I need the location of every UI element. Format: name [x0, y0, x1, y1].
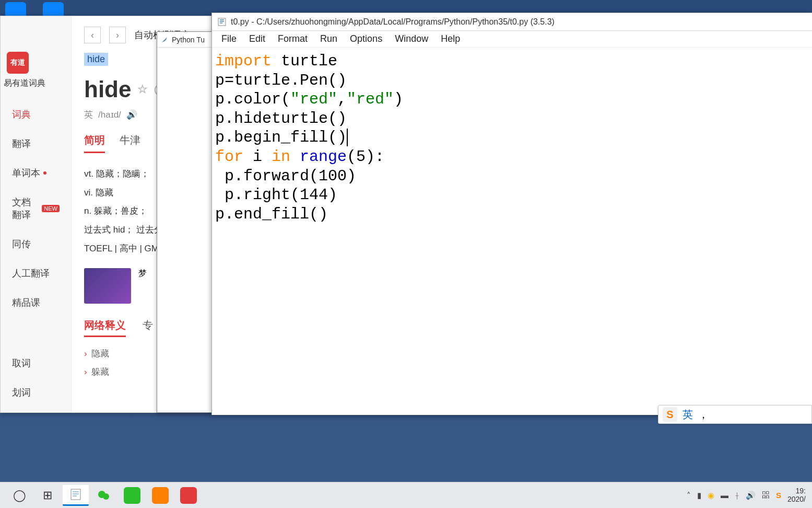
code-text — [290, 148, 300, 166]
python-icon — [160, 36, 169, 44]
idle-title-text: t0.py - C:/Users/zhuohongming/AppData/Lo… — [231, 17, 555, 27]
menu-window[interactable]: Window — [390, 31, 433, 47]
volume-icon[interactable]: 🔊 — [746, 491, 756, 500]
menu-run[interactable]: Run — [315, 31, 343, 47]
code-text: i — [243, 148, 272, 166]
ime-toolbar[interactable]: S 英 ， — [658, 405, 812, 424]
sidebar-item-simul[interactable]: 同传 — [1, 229, 71, 259]
start-button[interactable]: ◯ — [6, 485, 32, 506]
document-icon — [69, 488, 83, 501]
tab-concise[interactable]: 简明 — [84, 133, 105, 153]
sidebar-item-human[interactable]: 人工翻译 — [1, 259, 71, 288]
chevron-right-icon: › — [84, 367, 87, 377]
sogou-tray-icon[interactable]: S — [776, 491, 781, 500]
speaker-icon[interactable]: 🔊 — [126, 109, 137, 120]
headword-text: hide — [84, 76, 131, 102]
taskbar-app-idle[interactable] — [63, 485, 89, 506]
idle-titlebar[interactable]: t0.py - C:/Users/zhuohongming/AppData/Lo… — [212, 13, 812, 31]
sidebar-item-stroke[interactable]: 划词 — [1, 378, 71, 407]
code-text: , — [337, 90, 347, 108]
svg-point-3 — [103, 493, 109, 500]
turtle-title-text: Python Tu — [172, 36, 205, 44]
code-string: "red" — [290, 90, 337, 108]
taskbar-app-green[interactable] — [119, 485, 145, 506]
ime-icon[interactable]: 㗊 — [762, 490, 770, 500]
text-cursor — [347, 129, 348, 146]
code-text: (5): — [347, 148, 384, 166]
code-text: p.forward(100) — [215, 167, 356, 185]
taskbar: ◯ ⊞ ˄ ▮ ◉ ▬ ⟊ 🔊 㗊 S 19: 2020/ — [0, 482, 812, 508]
code-keyword: in — [272, 148, 290, 166]
ad-text: 梦 — [138, 268, 147, 304]
net-title[interactable]: 网络释义 — [84, 318, 126, 337]
wifi-icon[interactable]: ⟊ — [735, 491, 739, 500]
code-text: ) — [394, 90, 403, 108]
taskbar-app-wechat[interactable] — [91, 485, 117, 506]
pron-lang: 英 — [84, 109, 93, 121]
net-alt-tab[interactable]: 专 — [143, 319, 153, 331]
tab-oxford[interactable]: 牛津 — [120, 133, 140, 153]
code-string: "red" — [347, 90, 394, 108]
sogou-icon[interactable]: S — [663, 407, 677, 422]
wechat-icon — [97, 488, 111, 503]
favorite-star-icon[interactable]: ☆ — [137, 83, 148, 96]
svg-rect-0 — [218, 18, 226, 26]
notification-dot-icon — [43, 171, 46, 175]
brand-label: 易有道词典 — [4, 78, 45, 89]
code-text: p.right(144) — [215, 186, 337, 204]
app-icon — [124, 487, 140, 504]
taskbar-app-orange[interactable] — [147, 485, 173, 506]
sidebar-item-pick[interactable]: 取词 — [1, 349, 71, 378]
system-tray: ˄ ▮ ◉ ▬ ⟊ 🔊 㗊 S 19: 2020/ — [687, 487, 806, 503]
clock[interactable]: 19: 2020/ — [787, 487, 806, 503]
code-text: p=turtle.Pen() — [215, 72, 347, 89]
usb-icon[interactable]: ▮ — [697, 491, 701, 500]
code-editor[interactable]: import turtle p=turtle.Pen() p.color("re… — [212, 48, 812, 228]
taskbar-app-youdao[interactable] — [175, 485, 202, 506]
chevron-right-icon: › — [84, 349, 87, 359]
app-icon — [152, 487, 169, 504]
time-text: 19: — [787, 487, 806, 495]
menu-help[interactable]: Help — [436, 31, 465, 47]
youdao-icon — [180, 487, 197, 504]
sidebar-item-courses[interactable]: 精品课 — [1, 288, 71, 317]
python-file-icon — [217, 17, 227, 27]
menu-options[interactable]: Options — [345, 31, 387, 47]
svg-rect-1 — [71, 489, 80, 500]
menu-edit[interactable]: Edit — [244, 31, 270, 47]
pron-ipa: /haɪd/ — [98, 109, 121, 120]
ime-lang-indicator[interactable]: 英 — [682, 408, 693, 422]
idle-menubar: File Edit Format Run Options Window Help — [212, 31, 812, 48]
code-keyword: import — [215, 52, 272, 70]
dict-sidebar: 词典 翻译 单词本 文档翻译NEW 同传 人工翻译 精品课 取词 划词 — [1, 16, 72, 412]
battery-icon[interactable]: ▬ — [721, 491, 728, 500]
idle-window: t0.py - C:/Users/zhuohongming/AppData/Lo… — [211, 13, 812, 415]
sidebar-item-wordbook[interactable]: 单词本 — [1, 158, 71, 188]
ime-punct[interactable]: ， — [698, 408, 709, 422]
code-keyword: for — [215, 148, 243, 166]
taskbar-left: ◯ ⊞ — [6, 485, 202, 506]
task-view-button[interactable]: ⊞ — [34, 485, 61, 506]
date-text: 2020/ — [787, 495, 806, 503]
code-text: turtle — [272, 52, 337, 70]
code-text: p.begin_fill() — [215, 129, 347, 146]
turtle-window: Python Tu — [157, 31, 214, 413]
code-text: p.end_fill() — [215, 205, 328, 223]
menu-format[interactable]: Format — [273, 31, 313, 47]
sidebar-item-dictionary[interactable]: 词典 — [1, 100, 71, 129]
ad-image — [84, 268, 131, 304]
youdao-logo-icon[interactable]: 有道 — [7, 52, 29, 74]
tray-expand-icon[interactable]: ˄ — [687, 491, 691, 500]
new-badge: NEW — [42, 205, 60, 212]
turtle-titlebar[interactable]: Python Tu — [157, 32, 214, 48]
sidebar-item-doc-translate[interactable]: 文档翻译NEW — [1, 188, 71, 229]
nav-back-button[interactable]: ‹ — [84, 27, 101, 43]
nav-forward-button[interactable]: › — [109, 27, 126, 43]
sidebar-item-translate[interactable]: 翻译 — [1, 129, 71, 158]
search-term-highlight[interactable]: hide — [84, 53, 108, 66]
code-text: p.color( — [215, 90, 290, 108]
tray-icon[interactable]: ◉ — [708, 491, 714, 500]
code-text: p.hideturtle() — [215, 110, 347, 128]
menu-file[interactable]: File — [216, 31, 242, 47]
code-builtin: range — [300, 148, 347, 166]
